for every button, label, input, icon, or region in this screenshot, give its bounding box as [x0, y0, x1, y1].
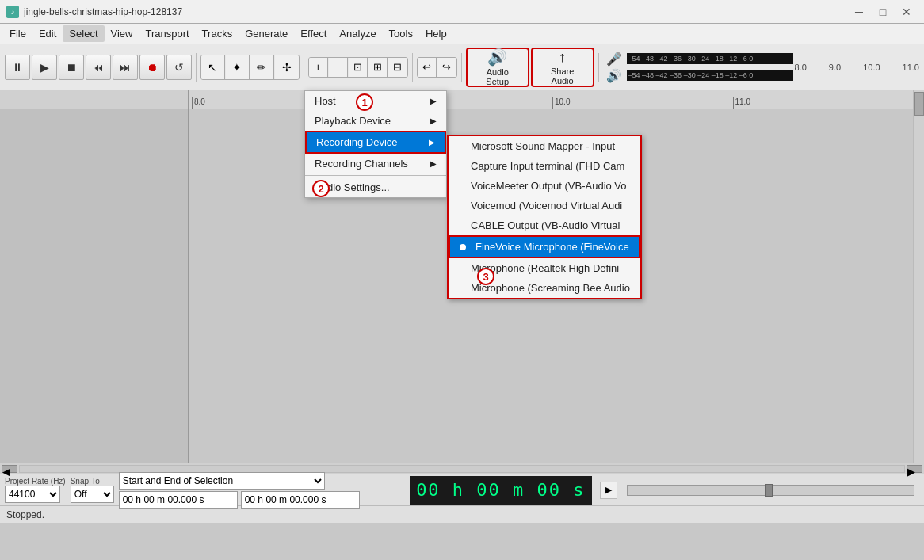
mini-transport: ▶	[600, 482, 617, 499]
submenu-item-1[interactable]: Microsoft Sound Mapper - Input	[449, 136, 640, 156]
recording-device-submenu: Microsoft Sound Mapper - Input Capture I…	[447, 135, 642, 299]
playback-meter-row: 🔊 –54 –48 –42 –36 –30 –24 –18 –12 –6 0	[606, 68, 793, 83]
menu-recording-channels[interactable]: Recording Channels ▶	[305, 154, 446, 173]
share-audio-button[interactable]: ↑ Share Audio	[531, 48, 594, 87]
playback-device-label: Playback Device	[315, 115, 391, 127]
ruler-tick-11: 11.0	[733, 97, 914, 109]
minimize-button[interactable]: ─	[848, 3, 870, 21]
recording-device-label: Recording Device	[316, 136, 398, 148]
menu-view[interactable]: View	[105, 25, 139, 42]
record-meter-bar: –54 –48 –42 –36 –30 –24 –18 –12 –6 0	[627, 53, 793, 64]
submenu-item-5[interactable]: CABLE Output (VB-Audio Virtual	[449, 215, 640, 235]
progress-thumb[interactable]	[765, 484, 773, 497]
scroll-left-btn[interactable]: ◀	[2, 465, 17, 473]
audio-setup-label: Audio Setup	[474, 67, 521, 86]
skip-back-button[interactable]: ⏮	[86, 55, 111, 80]
end-time-input[interactable]	[241, 491, 360, 509]
separator-3	[412, 53, 413, 82]
menu-recording-device[interactable]: Recording Device ▶	[305, 131, 446, 154]
select-tool[interactable]: ↖	[201, 55, 225, 79]
pause-button[interactable]: ⏸	[5, 55, 30, 80]
menu-transport[interactable]: Transport	[139, 25, 195, 42]
ruler-bar: 8.0 9.0 10.0 11.0	[189, 90, 913, 109]
app-icon: ♪	[6, 6, 19, 18]
submenu-item-4[interactable]: Voicemod (Voicemod Virtual Audi	[449, 196, 640, 215]
progress-slider[interactable]	[627, 485, 914, 496]
time-display: 00 h 00 m 00 s	[410, 476, 591, 505]
multi-tool[interactable]: ✢	[275, 55, 299, 79]
ruler-11: 11.0	[903, 63, 919, 72]
step-badge-2: 2	[312, 180, 330, 197]
stop-button[interactable]: ⏹	[59, 55, 84, 80]
undo-button[interactable]: ↩	[418, 58, 437, 77]
main-toolbar: ⏸ ▶ ⏹ ⏮ ⏭ ⏺ ↺ ↖ ✦ ✏ ✢ + − ⊡ ⊞ ⊟ ↩ ↪ 🔊 Au…	[0, 44, 924, 90]
ruler-ticks: 8.0 9.0 10.0 11.0	[192, 90, 913, 109]
recording-channels-chevron: ▶	[430, 159, 437, 168]
step-badge-1: 1	[356, 93, 373, 111]
zoom-sel-button[interactable]: ⊡	[349, 58, 368, 77]
play-controls: ⏸ ▶ ⏹ ⏮ ⏭ ⏺ ↺	[5, 55, 192, 80]
maximize-button[interactable]: □	[872, 3, 894, 21]
project-rate-select[interactable]: 44100	[5, 486, 60, 503]
project-rate-label: Project Rate (Hz)	[5, 477, 66, 486]
status-text: Stopped.	[6, 509, 44, 520]
playback-meter-bar: –54 –48 –42 –36 –30 –24 –18 –12 –6 0	[627, 70, 793, 81]
submenu-item-8[interactable]: Microphone (Screaming Bee Audio	[449, 278, 640, 298]
audio-setup-icon: 🔊	[487, 48, 507, 67]
envelope-tool[interactable]: ✦	[226, 55, 250, 79]
menu-analyze[interactable]: Analyze	[333, 25, 382, 42]
submenu-label-2: Capture Input terminal (FHD Cam	[471, 160, 624, 172]
submenu-item-3[interactable]: VoiceMeeter Output (VB-Audio Vo	[449, 176, 640, 196]
scrollbar-thumb[interactable]	[914, 92, 924, 116]
menu-bar: File Edit Select View Transport Tracks G…	[0, 24, 924, 44]
submenu-label-3: VoiceMeeter Output (VB-Audio Vo	[471, 180, 627, 192]
project-rate-container: Project Rate (Hz) 44100	[5, 477, 66, 503]
vertical-scrollbar[interactable]	[913, 90, 924, 463]
title-bar-text: jingle-bells-christmas-hip-hop-128137	[24, 6, 848, 17]
meter-section: 🎤 –54 –48 –42 –36 –30 –24 –18 –12 –6 0 🔊…	[606, 51, 793, 83]
zoom-out-button[interactable]: −	[329, 58, 348, 77]
separator-1	[196, 53, 197, 82]
ruler-right: 8.0 9.0 10.0 11.0	[795, 63, 919, 72]
menu-generate[interactable]: Generate	[239, 25, 294, 42]
ruler-8: 8.0	[795, 63, 807, 72]
scroll-right-btn[interactable]: ▶	[907, 465, 922, 473]
play-button[interactable]: ▶	[32, 55, 57, 80]
start-time-input[interactable]	[119, 491, 238, 509]
submenu-item-2[interactable]: Capture Input terminal (FHD Cam	[449, 156, 640, 176]
menu-host[interactable]: Host ▶	[305, 91, 446, 111]
submenu-label-8: Microphone (Screaming Bee Audio	[471, 282, 630, 294]
zoom-out-full-button[interactable]: ⊟	[388, 58, 407, 77]
selection-type-select[interactable]: Start and End of Selection	[119, 472, 325, 490]
menu-tools[interactable]: Tools	[383, 25, 419, 42]
skip-fwd-button[interactable]: ⏭	[113, 55, 138, 80]
audio-setup-button[interactable]: 🔊 Audio Setup	[466, 48, 529, 87]
draw-tool[interactable]: ✏	[250, 55, 274, 79]
mini-play-button[interactable]: ▶	[600, 482, 617, 499]
title-bar: ♪ jingle-bells-christmas-hip-hop-128137 …	[0, 0, 924, 24]
zoom-in-button[interactable]: +	[309, 58, 328, 77]
menu-tracks[interactable]: Tracks	[196, 25, 239, 42]
menu-playback-device[interactable]: Playback Device ▶	[305, 111, 446, 131]
share-audio-label: Share Audio	[539, 67, 586, 86]
zoom-fit-button[interactable]: ⊞	[368, 58, 388, 77]
redo-button[interactable]: ↪	[437, 58, 456, 77]
submenu-label-5: CABLE Output (VB-Audio Virtual	[471, 219, 620, 231]
menu-effect[interactable]: Effect	[294, 25, 333, 42]
share-audio-icon: ↑	[559, 49, 566, 66]
loop-button[interactable]: ↺	[166, 55, 192, 80]
close-button[interactable]: ✕	[895, 3, 918, 21]
workspace: 8.0 9.0 10.0 11.0 Host ▶ Playback Device…	[0, 90, 924, 463]
playback-meter-scale: –54 –48 –42 –36 –30 –24 –18 –12 –6 0	[627, 71, 754, 79]
menu-edit[interactable]: Edit	[32, 25, 63, 42]
menu-select[interactable]: Select	[63, 25, 104, 42]
menu-help[interactable]: Help	[419, 25, 453, 42]
title-bar-controls: ─ □ ✕	[848, 3, 918, 21]
record-button[interactable]: ⏺	[139, 55, 165, 80]
submenu-item-6[interactable]: FineVoice Microphone (FineVoice	[449, 235, 640, 258]
menu-file[interactable]: File	[3, 25, 32, 42]
time-inputs	[119, 491, 405, 509]
track-ruler-left	[0, 90, 188, 109]
snap-to-select[interactable]: Off	[71, 486, 114, 503]
recording-channels-label: Recording Channels	[315, 158, 408, 170]
